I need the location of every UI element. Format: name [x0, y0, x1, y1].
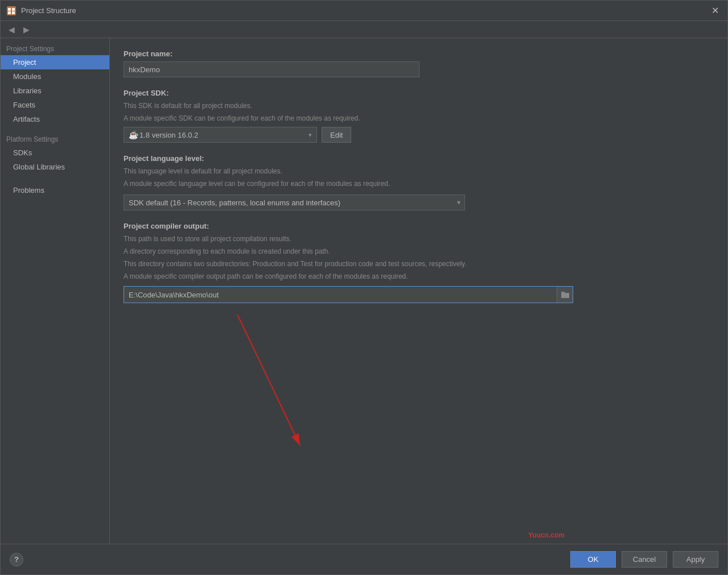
cancel-button[interactable]: Cancel: [622, 551, 667, 568]
dialog-title: Project Structure: [21, 6, 708, 15]
close-button[interactable]: ✕: [708, 4, 722, 18]
sdk-dropdown[interactable]: ☕ 1.8 version 16.0.2 ▾: [124, 127, 317, 143]
project-structure-dialog: Project Structure ✕ ◀ ▶ Project Settings…: [0, 0, 728, 575]
svg-line-8: [237, 315, 300, 445]
sidebar-item-problems[interactable]: Problems: [1, 183, 109, 197]
compiler-desc3: This directory contains two subdirectori…: [124, 259, 714, 269]
dialog-icon: [6, 6, 17, 16]
compiler-output-input[interactable]: [124, 287, 557, 303]
sidebar-item-modules[interactable]: Modules: [1, 69, 109, 84]
sdk-version-text: 1.8 version 16.0.2: [139, 131, 309, 139]
project-name-label: Project name:: [124, 49, 714, 58]
button-bar: ? Yuucn.com OK Cancel Apply: [1, 544, 727, 574]
compiler-desc4: A module specific compiler output path c…: [124, 271, 714, 282]
right-panel: Project name: Project SDK: This SDK is d…: [110, 38, 727, 544]
ok-button[interactable]: OK: [570, 551, 616, 568]
language-level-dropdown-wrapper: SDK default (16 - Records, patterns, loc…: [124, 195, 465, 210]
svg-rect-6: [561, 292, 565, 293]
svg-rect-3: [8, 11, 11, 14]
project-settings-section-label: Project Settings: [1, 40, 109, 55]
watermark: Yuucn.com: [528, 531, 565, 539]
folder-icon: [561, 291, 569, 298]
edit-sdk-button[interactable]: Edit: [322, 127, 351, 143]
lang-desc2: A module specific language level can be …: [124, 179, 714, 189]
nav-bar: ◀ ▶: [1, 21, 727, 38]
annotation-arrow: [124, 309, 306, 451]
chevron-down-icon: ▾: [309, 131, 312, 139]
help-area: ?: [10, 553, 559, 566]
help-button[interactable]: ?: [10, 553, 23, 566]
java-sdk-icon: ☕: [129, 130, 138, 139]
platform-settings-section-label: Platform Settings: [1, 131, 109, 146]
apply-button[interactable]: Apply: [673, 551, 718, 568]
sdk-desc2: A module specific SDK can be configured …: [124, 113, 714, 123]
annotation-area: [124, 303, 714, 451]
sdk-desc1: This SDK is default for all project modu…: [124, 101, 714, 111]
sidebar-item-facets[interactable]: Facets: [1, 98, 109, 112]
language-level-select[interactable]: SDK default (16 - Records, patterns, loc…: [124, 195, 465, 210]
compiler-desc2: A directory corresponding to each module…: [124, 246, 714, 257]
compiler-desc1: This path is used to store all project c…: [124, 234, 714, 244]
title-bar: Project Structure ✕: [1, 1, 727, 21]
svg-rect-5: [561, 293, 569, 298]
sidebar: Project Settings Project Modules Librari…: [1, 38, 110, 544]
language-level-label: Project language level:: [124, 154, 714, 163]
back-button[interactable]: ◀: [5, 23, 18, 36]
project-name-input[interactable]: [124, 61, 419, 77]
sidebar-item-project[interactable]: Project: [1, 55, 109, 69]
browse-folder-button[interactable]: [557, 287, 573, 303]
svg-rect-2: [12, 8, 15, 11]
project-sdk-label: Project SDK:: [124, 89, 714, 97]
main-content: Project Settings Project Modules Librari…: [1, 38, 727, 544]
svg-rect-4: [12, 11, 15, 14]
sidebar-item-artifacts[interactable]: Artifacts: [1, 112, 109, 126]
sidebar-item-global-libraries[interactable]: Global Libraries: [1, 160, 109, 174]
compiler-output-label: Project compiler output:: [124, 222, 714, 230]
sidebar-item-libraries[interactable]: Libraries: [1, 84, 109, 98]
sdk-row: ☕ 1.8 version 16.0.2 ▾ Edit: [124, 127, 714, 143]
svg-rect-1: [8, 8, 11, 11]
forward-button[interactable]: ▶: [20, 23, 32, 36]
lang-desc1: This language level is default for all p…: [124, 166, 714, 176]
compiler-output-path-row: [124, 286, 573, 303]
sidebar-item-sdks[interactable]: SDKs: [1, 146, 109, 160]
